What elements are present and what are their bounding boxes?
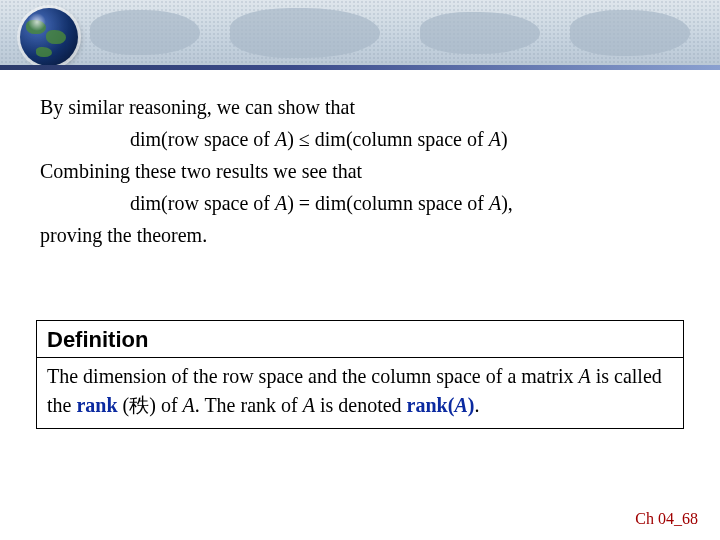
line-1: By similar reasoning, we can show that: [40, 92, 680, 122]
banner-map-shape: [230, 8, 380, 58]
text: . The rank of: [195, 394, 303, 416]
var-a: A: [489, 128, 501, 150]
line-2: dim(row space of A) ≤ dim(column space o…: [40, 124, 680, 154]
globe-icon: [20, 8, 78, 66]
line-3: Combining these two results we see that: [40, 156, 680, 186]
line-4: dim(row space of A) = dim(column space o…: [40, 188, 680, 218]
text: (秩) of: [118, 394, 183, 416]
line-5: proving the theorem.: [40, 220, 680, 250]
definition-title: Definition: [37, 321, 683, 358]
term-rank: rank: [76, 394, 117, 416]
text: dim(row space of: [130, 128, 275, 150]
slide-footer: Ch 04_68: [635, 510, 698, 528]
banner-map-shape: [570, 10, 690, 56]
var-a: A: [275, 128, 287, 150]
var-a: A: [303, 394, 315, 416]
var-a: A: [489, 192, 501, 214]
var-a: A: [454, 394, 467, 416]
text: dim(row space of: [130, 192, 275, 214]
text: ) = dim(column space of: [287, 192, 489, 214]
term-rank-a: rank(: [407, 394, 455, 416]
text: ) ≤ dim(column space of: [287, 128, 488, 150]
banner-map-shape: [420, 12, 540, 54]
var-a: A: [579, 365, 591, 387]
slide-header-banner: [0, 0, 720, 70]
var-a: A: [183, 394, 195, 416]
var-a: A: [275, 192, 287, 214]
definition-body: The dimension of the row space and the c…: [37, 358, 683, 428]
text: ): [501, 128, 508, 150]
banner-map-shape: [90, 10, 200, 55]
text: .: [474, 394, 479, 416]
slide-body: By similar reasoning, we can show that d…: [0, 70, 720, 250]
banner-underline: [0, 65, 720, 70]
definition-box: Definition The dimension of the row spac…: [36, 320, 684, 429]
text: The dimension of the row space and the c…: [47, 365, 579, 387]
text: is denoted: [315, 394, 407, 416]
text: ),: [501, 192, 513, 214]
